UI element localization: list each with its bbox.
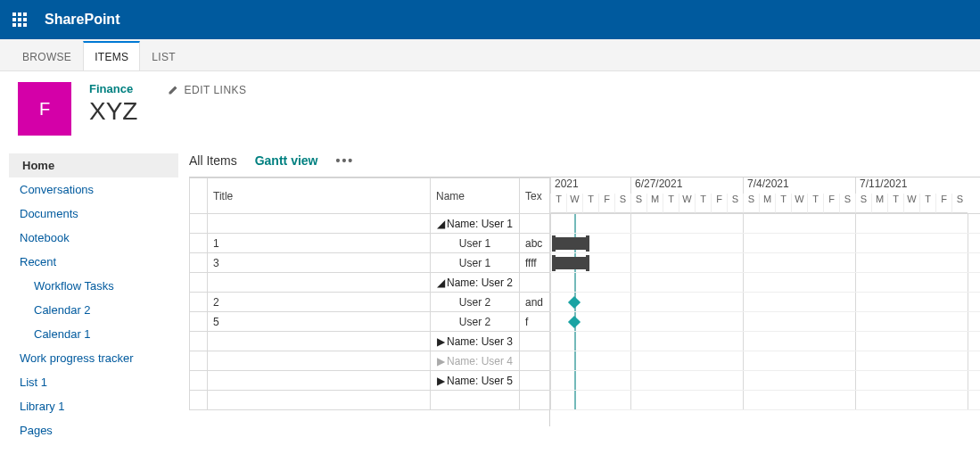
svg-rect-1 [18,12,21,16]
timeline-day-label: S [727,194,743,213]
nav-item-calendar-2[interactable]: Calendar 2 [9,298,178,322]
nav-item-documents[interactable]: Documents [9,202,178,226]
caret-right-icon[interactable]: ▶ [436,335,445,348]
gantt-timeline[interactable]: 20216/27/20217/4/20217/11/2021 TWTFSSMTW… [550,177,980,426]
svg-rect-6 [12,23,16,27]
timeline-row [550,351,980,371]
page-header: F Finance XYZ EDIT LINKS [0,71,980,136]
group-row[interactable]: ▶Name: User 5 [190,371,550,391]
timeline-day-label: T [663,194,679,213]
gantt-bar[interactable] [554,257,588,269]
ribbon-tab-list[interactable]: LIST [140,42,187,70]
timeline-row [550,253,980,273]
timeline-row [550,234,980,253]
timeline-week-label: 2021 [550,177,630,194]
group-row[interactable]: ◢Name: User 1 [190,214,550,234]
view-bar: All Items Gantt view ••• [189,153,980,168]
grid-col-text[interactable]: Tex [520,178,550,214]
brand-label[interactable]: SharePoint [45,12,119,28]
view-all-items[interactable]: All Items [189,153,237,168]
timeline-day-label: S [839,194,855,213]
timeline-day-label: F [711,194,727,213]
timeline-day-label: W [791,194,807,213]
timeline-row [550,273,980,293]
nav-item-work-progress-tracker[interactable]: Work progress tracker [9,346,178,370]
timeline-day-label: T [887,194,903,213]
main-area: All Items Gantt view ••• Title Name Tex [178,153,980,442]
timeline-day-label: S [743,194,759,213]
ribbon-tab-browse[interactable]: BROWSE [11,42,83,70]
caret-right-icon[interactable]: ▶ [436,375,445,387]
timeline-day-label: F [935,194,951,213]
nav-item-notebook[interactable]: Notebook [9,226,178,250]
nav-item-workflow-tasks[interactable]: Workflow Tasks [9,274,178,298]
grid-col-name[interactable]: Name [431,178,520,214]
left-nav: HomeConversationsDocumentsNotebookRecent… [0,153,178,442]
nav-item-list-1[interactable]: List 1 [9,370,178,394]
timeline-day-label: T [550,194,566,213]
timeline-day-label: W [566,194,582,213]
nav-item-conversations[interactable]: Conversations [9,177,178,202]
timeline-day-label: T [582,194,598,213]
timeline-day-label: W [903,194,919,213]
nav-item-calendar-1[interactable]: Calendar 1 [9,322,178,346]
view-gantt[interactable]: Gantt view [255,153,318,168]
timeline-day-label: S [855,194,871,213]
page-title: XYZ [89,97,137,126]
timeline-day-label: W [679,194,695,213]
caret-down-icon[interactable]: ◢ [436,277,445,289]
ribbon-tab-items[interactable]: ITEMS [83,41,140,70]
timeline-row [550,293,980,312]
svg-rect-4 [18,18,21,21]
nav-item-home[interactable]: Home [9,153,178,177]
svg-rect-8 [23,23,27,27]
svg-rect-2 [23,12,27,16]
timeline-day-label: S [614,194,630,213]
view-more-icon[interactable]: ••• [335,153,354,168]
nav-item-recent[interactable]: Recent [9,250,178,274]
table-row[interactable]: 2User 2and [190,293,550,312]
group-row[interactable]: ▶Name: User 3 [190,332,550,351]
svg-rect-0 [12,12,16,16]
ribbon: BROWSE ITEMS LIST [0,39,980,71]
caret-right-icon[interactable]: ▶ [436,355,445,367]
edit-links-label: EDIT LINKS [184,84,246,96]
nav-item-library-1[interactable]: Library 1 [9,394,178,418]
timeline-day-label: T [775,194,791,213]
timeline-day-label: S [630,194,646,213]
timeline-row [550,371,980,391]
edit-links-button[interactable]: EDIT LINKS [168,84,246,96]
grid-col-title[interactable]: Title [208,178,431,214]
pencil-icon [168,85,178,95]
timeline-row [550,391,980,410]
gantt-view: Title Name Tex ◢Name: User 11User 1abc3U… [189,177,980,426]
grid-col-marker [190,178,208,214]
site-link[interactable]: Finance [89,82,137,95]
timeline-week-label: 7/11/2021 [855,177,968,194]
timeline-row [550,312,980,332]
timeline-row [550,332,980,351]
group-row[interactable]: ▶Name: User 4 [190,351,550,371]
gantt-bar[interactable] [554,237,588,250]
site-logo[interactable]: F [18,82,71,136]
table-row[interactable]: 5User 2f [190,312,550,332]
nav-item-pages[interactable]: Pages [9,418,178,442]
timeline-row [550,214,980,234]
table-row[interactable]: 3User 1ffff [190,253,550,273]
timeline-day-label: M [646,194,663,213]
timeline-day-label: S [951,194,968,213]
timeline-day-label: F [598,194,614,213]
timeline-day-label: F [823,194,839,213]
group-row[interactable]: ◢Name: User 2 [190,273,550,293]
caret-down-icon[interactable]: ◢ [436,218,445,230]
suite-bar: SharePoint [0,0,980,39]
timeline-week-label: 7/4/2021 [743,177,855,194]
timeline-day-label: M [871,194,887,213]
timeline-day-label: M [759,194,775,213]
table-row-empty[interactable] [190,391,550,410]
timeline-day-label: T [695,194,711,213]
svg-rect-7 [18,23,21,27]
table-row[interactable]: 1User 1abc [190,234,550,253]
app-launcher-icon[interactable] [0,0,39,39]
grid-header-row: Title Name Tex [190,178,550,214]
